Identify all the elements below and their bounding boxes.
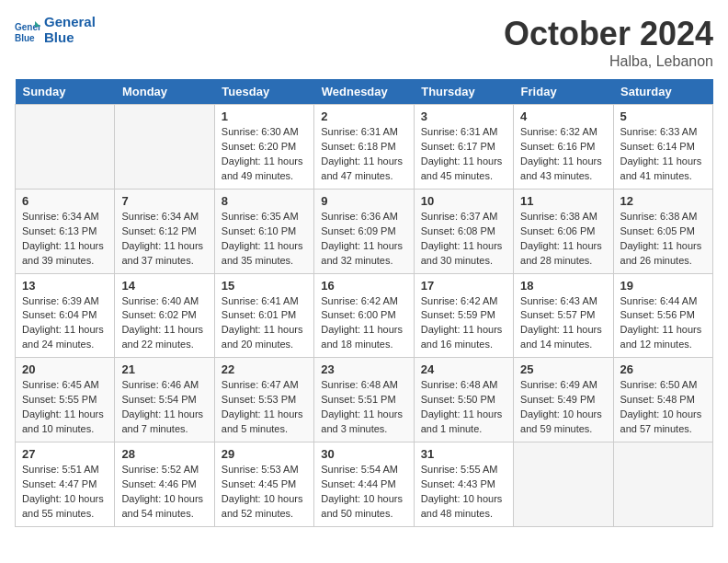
calendar-cell: 8Sunrise: 6:35 AMSunset: 6:10 PMDaylight… bbox=[214, 189, 313, 273]
day-number: 2 bbox=[321, 109, 406, 123]
weekday-header-row: SundayMondayTuesdayWednesdayThursdayFrid… bbox=[16, 79, 713, 105]
day-number: 12 bbox=[620, 194, 706, 208]
day-number: 3 bbox=[421, 109, 506, 123]
day-number: 4 bbox=[520, 109, 606, 123]
day-number: 19 bbox=[620, 279, 706, 293]
page-header: General Blue General Blue October 2024 H… bbox=[15, 15, 713, 70]
logo: General Blue General Blue bbox=[15, 15, 96, 45]
weekday-header-thursday: Thursday bbox=[414, 79, 513, 105]
cell-info: Sunrise: 6:31 AMSunset: 6:17 PMDaylight:… bbox=[421, 125, 506, 184]
cell-info: Sunrise: 6:47 AMSunset: 5:53 PMDaylight:… bbox=[222, 378, 307, 437]
day-number: 30 bbox=[321, 447, 406, 461]
calendar-cell: 4Sunrise: 6:32 AMSunset: 6:16 PMDaylight… bbox=[514, 105, 613, 190]
calendar-cell: 25Sunrise: 6:49 AMSunset: 5:49 PMDayligh… bbox=[514, 358, 613, 442]
day-number: 23 bbox=[321, 362, 406, 376]
day-number: 26 bbox=[620, 362, 706, 376]
calendar-cell: 3Sunrise: 6:31 AMSunset: 6:17 PMDaylight… bbox=[414, 105, 513, 190]
day-number: 24 bbox=[421, 362, 506, 376]
calendar-cell: 9Sunrise: 6:36 AMSunset: 6:09 PMDaylight… bbox=[314, 189, 414, 273]
day-number: 14 bbox=[121, 279, 207, 293]
weekday-header-saturday: Saturday bbox=[613, 79, 712, 105]
day-number: 5 bbox=[620, 109, 706, 123]
weekday-header-sunday: Sunday bbox=[16, 79, 115, 105]
calendar-cell: 27Sunrise: 5:51 AMSunset: 4:47 PMDayligh… bbox=[16, 442, 115, 527]
cell-info: Sunrise: 6:32 AMSunset: 6:16 PMDaylight:… bbox=[520, 125, 606, 184]
cell-info: Sunrise: 6:42 AMSunset: 6:00 PMDaylight:… bbox=[321, 294, 406, 353]
calendar-cell: 18Sunrise: 6:43 AMSunset: 5:57 PMDayligh… bbox=[514, 273, 613, 358]
day-number: 10 bbox=[421, 194, 506, 208]
week-row-4: 20Sunrise: 6:45 AMSunset: 5:55 PMDayligh… bbox=[16, 358, 713, 442]
day-number: 25 bbox=[520, 362, 606, 376]
calendar-cell: 14Sunrise: 6:40 AMSunset: 6:02 PMDayligh… bbox=[115, 273, 214, 358]
calendar-cell: 26Sunrise: 6:50 AMSunset: 5:48 PMDayligh… bbox=[613, 358, 712, 442]
weekday-header-monday: Monday bbox=[115, 79, 214, 105]
day-number: 29 bbox=[222, 447, 307, 461]
calendar-cell: 30Sunrise: 5:54 AMSunset: 4:44 PMDayligh… bbox=[314, 442, 414, 527]
calendar-cell: 11Sunrise: 6:38 AMSunset: 6:06 PMDayligh… bbox=[514, 189, 613, 273]
calendar-cell: 17Sunrise: 6:42 AMSunset: 5:59 PMDayligh… bbox=[414, 273, 513, 358]
day-number: 11 bbox=[520, 194, 606, 208]
month-title: October 2024 bbox=[504, 15, 713, 53]
day-number: 6 bbox=[22, 194, 108, 208]
logo-text-line2: Blue bbox=[44, 30, 96, 46]
cell-info: Sunrise: 6:45 AMSunset: 5:55 PMDaylight:… bbox=[22, 378, 108, 437]
calendar-cell: 21Sunrise: 6:46 AMSunset: 5:54 PMDayligh… bbox=[115, 358, 214, 442]
cell-info: Sunrise: 6:31 AMSunset: 6:18 PMDaylight:… bbox=[321, 125, 406, 184]
day-number: 20 bbox=[22, 362, 108, 376]
calendar-cell: 13Sunrise: 6:39 AMSunset: 6:04 PMDayligh… bbox=[16, 273, 115, 358]
cell-info: Sunrise: 5:51 AMSunset: 4:47 PMDaylight:… bbox=[22, 463, 108, 522]
calendar-cell: 5Sunrise: 6:33 AMSunset: 6:14 PMDaylight… bbox=[613, 105, 712, 190]
cell-info: Sunrise: 6:37 AMSunset: 6:08 PMDaylight:… bbox=[421, 210, 506, 269]
cell-info: Sunrise: 5:52 AMSunset: 4:46 PMDaylight:… bbox=[121, 463, 207, 522]
calendar-cell: 2Sunrise: 6:31 AMSunset: 6:18 PMDaylight… bbox=[314, 105, 414, 190]
cell-info: Sunrise: 5:54 AMSunset: 4:44 PMDaylight:… bbox=[321, 463, 406, 522]
calendar-table: SundayMondayTuesdayWednesdayThursdayFrid… bbox=[15, 79, 713, 527]
day-number: 1 bbox=[222, 109, 307, 123]
calendar-cell: 22Sunrise: 6:47 AMSunset: 5:53 PMDayligh… bbox=[214, 358, 313, 442]
cell-info: Sunrise: 6:44 AMSunset: 5:56 PMDaylight:… bbox=[620, 294, 706, 353]
day-number: 8 bbox=[222, 194, 307, 208]
cell-info: Sunrise: 6:48 AMSunset: 5:51 PMDaylight:… bbox=[321, 378, 406, 437]
cell-info: Sunrise: 6:38 AMSunset: 6:05 PMDaylight:… bbox=[620, 210, 706, 269]
day-number: 16 bbox=[321, 279, 406, 293]
day-number: 28 bbox=[121, 447, 207, 461]
cell-info: Sunrise: 6:34 AMSunset: 6:13 PMDaylight:… bbox=[22, 210, 108, 269]
day-number: 13 bbox=[22, 279, 108, 293]
calendar-cell: 24Sunrise: 6:48 AMSunset: 5:50 PMDayligh… bbox=[414, 358, 513, 442]
day-number: 22 bbox=[222, 362, 307, 376]
calendar-cell: 12Sunrise: 6:38 AMSunset: 6:05 PMDayligh… bbox=[613, 189, 712, 273]
title-block: October 2024 Halba, Lebanon bbox=[504, 15, 713, 70]
cell-info: Sunrise: 6:43 AMSunset: 5:57 PMDaylight:… bbox=[520, 294, 606, 353]
calendar-cell: 23Sunrise: 6:48 AMSunset: 5:51 PMDayligh… bbox=[314, 358, 414, 442]
cell-info: Sunrise: 6:50 AMSunset: 5:48 PMDaylight:… bbox=[620, 378, 706, 437]
cell-info: Sunrise: 6:46 AMSunset: 5:54 PMDaylight:… bbox=[121, 378, 207, 437]
week-row-2: 6Sunrise: 6:34 AMSunset: 6:13 PMDaylight… bbox=[16, 189, 713, 273]
calendar-cell bbox=[115, 105, 214, 190]
week-row-5: 27Sunrise: 5:51 AMSunset: 4:47 PMDayligh… bbox=[16, 442, 713, 527]
day-number: 18 bbox=[520, 279, 606, 293]
cell-info: Sunrise: 5:55 AMSunset: 4:43 PMDaylight:… bbox=[421, 463, 506, 522]
calendar-cell: 1Sunrise: 6:30 AMSunset: 6:20 PMDaylight… bbox=[214, 105, 313, 190]
calendar-cell: 29Sunrise: 5:53 AMSunset: 4:45 PMDayligh… bbox=[214, 442, 313, 527]
cell-info: Sunrise: 6:36 AMSunset: 6:09 PMDaylight:… bbox=[321, 210, 406, 269]
week-row-1: 1Sunrise: 6:30 AMSunset: 6:20 PMDaylight… bbox=[16, 105, 713, 190]
calendar-cell: 10Sunrise: 6:37 AMSunset: 6:08 PMDayligh… bbox=[414, 189, 513, 273]
cell-info: Sunrise: 6:41 AMSunset: 6:01 PMDaylight:… bbox=[222, 294, 307, 353]
calendar-cell: 28Sunrise: 5:52 AMSunset: 4:46 PMDayligh… bbox=[115, 442, 214, 527]
cell-info: Sunrise: 6:35 AMSunset: 6:10 PMDaylight:… bbox=[222, 210, 307, 269]
day-number: 7 bbox=[121, 194, 207, 208]
calendar-cell: 16Sunrise: 6:42 AMSunset: 6:00 PMDayligh… bbox=[314, 273, 414, 358]
week-row-3: 13Sunrise: 6:39 AMSunset: 6:04 PMDayligh… bbox=[16, 273, 713, 358]
cell-info: Sunrise: 6:48 AMSunset: 5:50 PMDaylight:… bbox=[421, 378, 506, 437]
day-number: 15 bbox=[222, 279, 307, 293]
calendar-cell bbox=[16, 105, 115, 190]
cell-info: Sunrise: 6:49 AMSunset: 5:49 PMDaylight:… bbox=[520, 378, 606, 437]
weekday-header-tuesday: Tuesday bbox=[214, 79, 313, 105]
calendar-cell: 31Sunrise: 5:55 AMSunset: 4:43 PMDayligh… bbox=[414, 442, 513, 527]
calendar-cell: 19Sunrise: 6:44 AMSunset: 5:56 PMDayligh… bbox=[613, 273, 712, 358]
cell-info: Sunrise: 6:39 AMSunset: 6:04 PMDaylight:… bbox=[22, 294, 108, 353]
calendar-cell: 20Sunrise: 6:45 AMSunset: 5:55 PMDayligh… bbox=[16, 358, 115, 442]
logo-text-line1: General bbox=[44, 15, 96, 30]
cell-info: Sunrise: 6:38 AMSunset: 6:06 PMDaylight:… bbox=[520, 210, 606, 269]
cell-info: Sunrise: 6:34 AMSunset: 6:12 PMDaylight:… bbox=[121, 210, 207, 269]
